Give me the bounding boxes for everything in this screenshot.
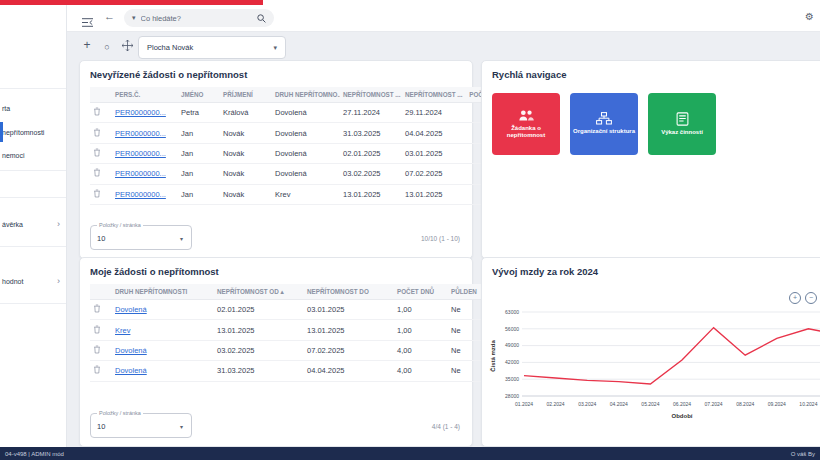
table-row: Dovolená03.02.202507.02.20254,00Ne: [90, 340, 498, 360]
status-bar: 04-v498 | ADMIN mód O váš By: [0, 447, 820, 460]
delete-row-button[interactable]: [90, 143, 112, 163]
cell-jmeno: Jan: [178, 123, 220, 143]
delete-row-button[interactable]: [90, 123, 112, 143]
cell-pers[interactable]: PER0000000...: [112, 123, 178, 143]
add-widget-button[interactable]: +: [80, 38, 94, 52]
column-header[interactable]: POČET DNŮ: [394, 284, 448, 300]
page-size-label: Položky / stránka: [97, 222, 143, 228]
column-header[interactable]: NEPŘÍTOMNOST DO: [304, 284, 394, 300]
svg-text:09.2024: 09.2024: [768, 401, 786, 407]
quick-nav-tile[interactable]: Žádanka o nepřítomnost: [492, 93, 560, 155]
column-header[interactable]: NEPŘÍTOMNOST ...: [402, 87, 464, 103]
delete-row-button[interactable]: [90, 184, 112, 204]
sidebar-item-zaverka[interactable]: ávěrka ›: [0, 217, 66, 231]
sidebar-item-nepritomnosti[interactable]: nepřítomnosti: [0, 125, 66, 139]
svg-text:42000: 42000: [505, 359, 519, 365]
workspace-toolbar: + ○ Plocha Novák ▾: [66, 31, 820, 63]
cell-prijmeni: Novák: [220, 143, 272, 163]
delete-row-button[interactable]: [90, 164, 112, 184]
sidebar-divider: [0, 88, 66, 89]
table-row: PER0000000...JanNovákKrev13.01.202513.01…: [90, 184, 510, 204]
cell-dny: 4,00: [394, 361, 448, 381]
card-title: Vývoj mzdy za rok 2024: [492, 266, 598, 277]
chart-zoom-controls: + −: [789, 292, 820, 304]
chevron-right-icon: ›: [57, 277, 60, 286]
search-icon[interactable]: [257, 9, 266, 27]
active-item-indicator: [0, 122, 3, 142]
collapse-menu-icon[interactable]: [82, 13, 93, 31]
cell-prijmeni: Novák: [220, 184, 272, 204]
chevron-down-icon: ▾: [180, 423, 183, 430]
zoom-in-icon[interactable]: +: [789, 292, 801, 304]
column-header[interactable]: NEPŘÍTOMNOST OD ▴: [214, 284, 304, 300]
cell-do: 03.01.2025: [304, 300, 394, 320]
cell-od: 13.01.2025: [214, 320, 304, 340]
workspace-select[interactable]: Plocha Novák ▾: [138, 36, 286, 59]
zoom-out-icon[interactable]: −: [805, 292, 817, 304]
copyright-text: O váš By: [791, 451, 815, 457]
cell-prijmeni: Novák: [220, 123, 272, 143]
delete-row-button[interactable]: [90, 103, 112, 123]
sidebar-item-hodnot[interactable]: hodnot ›: [0, 274, 66, 288]
table-row: Dovolená31.03.202504.04.20254,00Ne: [90, 361, 498, 381]
move-icon[interactable]: [120, 40, 134, 54]
cell-pers[interactable]: PER0000000...: [112, 184, 178, 204]
svg-text:07.2024: 07.2024: [705, 401, 723, 407]
cell-do: 07.02.2025: [304, 340, 394, 360]
cell-druh[interactable]: Krev: [112, 320, 214, 340]
search-placeholder: Co hledáte?: [141, 14, 252, 23]
pending-requests-table: PERS.Č.JMÉNOPŘÍJMENÍDRUH NEPŘÍTOMNO...NE…: [90, 87, 510, 205]
svg-text:05.2024: 05.2024: [641, 401, 659, 407]
sidebar-item-karta[interactable]: rta: [0, 101, 66, 115]
column-header[interactable]: PŘÍJMENÍ: [220, 87, 272, 103]
chevron-down-icon: ▾: [180, 235, 183, 242]
cell-druh[interactable]: Dovolená: [112, 340, 214, 360]
column-header[interactable]: NEPŘÍTOMNOST ...: [340, 87, 402, 103]
refresh-circle-button[interactable]: ○: [100, 40, 114, 54]
cell-pers[interactable]: PER0000000...: [112, 164, 178, 184]
page-size-select[interactable]: Položky / stránka 10 ▾: [90, 222, 192, 250]
delete-row-button[interactable]: [90, 340, 112, 360]
salary-line-chart: 63000560004900042000350002800001.202402.…: [488, 306, 820, 424]
cell-druh: Krev: [272, 184, 340, 204]
quick-nav-tile[interactable]: Organizační struktura: [570, 93, 638, 155]
svg-text:08.2024: 08.2024: [736, 401, 754, 407]
cell-pers[interactable]: PER0000000...: [112, 103, 178, 123]
delete-row-button[interactable]: [90, 320, 112, 340]
page-size-select[interactable]: Položky / stránka 10 ▾: [90, 410, 192, 438]
svg-text:Čistá mzda: Čistá mzda: [490, 340, 496, 372]
cell-od: 31.03.2025: [340, 123, 402, 143]
column-header[interactable]: DRUH NEPŘÍTOMNO...: [272, 87, 340, 103]
delete-row-button[interactable]: [90, 300, 112, 320]
cell-do: 13.01.2025: [304, 320, 394, 340]
table-header-row: PERS.Č.JMÉNOPŘÍJMENÍDRUH NEPŘÍTOMNO...NE…: [90, 87, 510, 103]
workspace-select-value: Plocha Novák: [147, 43, 193, 52]
column-header[interactable]: DRUH NEPŘÍTOMNOSTI: [112, 284, 214, 300]
column-header[interactable]: JMÉNO: [178, 87, 220, 103]
search-input[interactable]: ▾ Co hledáte?: [124, 9, 274, 27]
sidebar-item-label: hodnot: [2, 278, 23, 285]
cell-druh[interactable]: Dovolená: [112, 361, 214, 381]
tile-label: Organizační struktura: [573, 128, 635, 136]
cell-jmeno: Petra: [178, 103, 220, 123]
card-title: Rychlá navigace: [492, 69, 566, 80]
gear-icon[interactable]: ⚙: [805, 11, 814, 23]
sidebar-item-label: ávěrka: [2, 221, 23, 228]
quick-nav-tile[interactable]: Výkaz činností: [648, 93, 716, 155]
org-chart-icon: [596, 112, 612, 125]
column-header-icon: [90, 87, 112, 103]
cell-pers[interactable]: PER0000000...: [112, 143, 178, 163]
delete-row-button[interactable]: [90, 361, 112, 381]
sidebar-item-nemoci[interactable]: nemoci: [0, 148, 66, 162]
table-row: Krev13.01.202513.01.20251,00Ne: [90, 320, 498, 340]
back-arrow-button[interactable]: ←: [104, 10, 115, 22]
my-requests-table: DRUH NEPŘÍTOMNOSTINEPŘÍTOMNOST OD ▴NEPŘÍ…: [90, 284, 498, 382]
cell-prijmeni: Králová: [220, 103, 272, 123]
pagination-range: 10/10 (1 - 10): [421, 235, 460, 242]
column-header[interactable]: PERS.Č.: [112, 87, 178, 103]
cell-od: 27.11.2024: [340, 103, 402, 123]
svg-text:49000: 49000: [505, 342, 519, 348]
table-row: PER0000000...PetraKrálováDovolená27.11.2…: [90, 103, 510, 123]
cell-druh[interactable]: Dovolená: [112, 300, 214, 320]
sidebar-divider: [0, 197, 66, 198]
